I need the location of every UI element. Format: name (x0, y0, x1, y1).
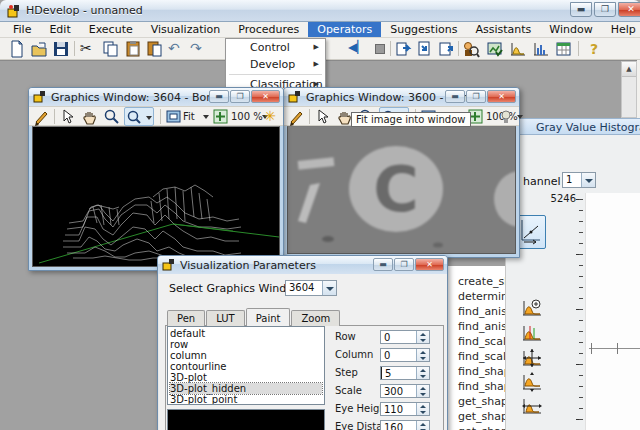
gw3600-titlebar[interactable]: Graphics Window: 3600 - Bond ▬ ❐ ✕ (284, 88, 519, 106)
operator-list-item[interactable]: find_scaled (458, 334, 512, 349)
zoom-tool-icon[interactable] (103, 108, 121, 126)
pointer-tool-icon[interactable] (59, 108, 77, 126)
menu-edit[interactable]: Edit (40, 22, 79, 37)
menu-suggestions[interactable]: Suggestions (381, 22, 466, 37)
menu-item-develop[interactable]: Develop (226, 56, 325, 73)
row-spinner[interactable] (416, 331, 429, 343)
operator-list-item[interactable]: find_shape_ (458, 379, 512, 394)
spin-down-icon[interactable] (417, 409, 429, 415)
main-titlebar[interactable]: HDevelop - unnamed ▬ ❐ ✕ (0, 0, 640, 22)
matrix-view-icon[interactable] (555, 40, 573, 58)
menu-execute[interactable]: Execute (80, 22, 142, 37)
operator-list-item[interactable]: find_shape_ (458, 364, 512, 379)
menu-assistants[interactable]: Assistants (466, 22, 540, 37)
program-scrollbar[interactable]: ▲ (621, 61, 637, 118)
step-value[interactable]: 5 (381, 367, 416, 379)
maximize-button[interactable]: ❐ (230, 90, 250, 103)
open-file-icon[interactable] (30, 40, 48, 58)
eye-distance-value[interactable]: 160 (381, 421, 416, 430)
column-spinner[interactable] (416, 349, 429, 361)
gw3600-image-view[interactable]: C (287, 126, 516, 254)
operator-list-item[interactable]: get_shap (458, 424, 512, 430)
close-button[interactable]: ✕ (251, 90, 280, 103)
zoom-mode-button[interactable] (124, 107, 154, 126)
menu-operators[interactable]: Operators (308, 22, 381, 37)
zoom-percent-value[interactable]: 100 % (231, 111, 263, 122)
histogram-channels-icon[interactable] (522, 323, 544, 343)
close-button[interactable]: ✕ (487, 90, 516, 103)
list-item-selected[interactable]: 3D-plot_hidden (170, 383, 322, 394)
fit-button[interactable]: Fit (183, 111, 195, 122)
undo-icon[interactable]: ↶ (168, 40, 186, 58)
gw3604-3d-plot-view[interactable] (32, 126, 280, 267)
maximize-button[interactable]: ❐ (394, 258, 414, 271)
menu-file[interactable]: File (4, 22, 40, 37)
gw3604-titlebar[interactable]: Graphics Window: 3604 - Bond ▬ ❐ ✕ (29, 88, 283, 106)
spin-down-icon[interactable] (417, 337, 429, 343)
tab-zoom[interactable]: Zoom (291, 310, 340, 326)
step-input[interactable]: 5 (380, 366, 430, 380)
eye-height-value[interactable]: 110 (381, 403, 416, 415)
list-item[interactable]: contourline (170, 361, 322, 372)
redo-icon[interactable]: ↷ (190, 40, 208, 58)
lightbulb-icon[interactable] (497, 108, 515, 126)
threshold-slider-handle[interactable] (591, 343, 592, 354)
operator-list-item[interactable]: create_shap (458, 274, 512, 289)
maximize-button[interactable]: ❐ (466, 90, 486, 103)
set-draw-params-icon[interactable] (33, 108, 51, 126)
histogram-zoom-horizontal-icon[interactable] (522, 396, 544, 416)
minimize-button[interactable]: ▬ (445, 90, 465, 103)
histogram-zoom-icon[interactable] (522, 298, 544, 318)
pointer-tool-icon[interactable] (314, 108, 332, 126)
visualization-parameters-dialog[interactable]: Visualization Parameters ▬ ❐ ✕ Select Gr… (157, 255, 448, 430)
operator-list-item[interactable]: find_aniso_ (458, 319, 512, 334)
fit-image-icon[interactable] (165, 108, 183, 126)
minimize-button[interactable]: ▬ (570, 2, 592, 17)
operator-help-icon[interactable] (462, 40, 480, 58)
zoom-percent-icon[interactable] (212, 108, 230, 126)
histogram-zoom-vertical-icon[interactable] (522, 372, 544, 392)
histogram-pan-all-icon[interactable] (522, 348, 544, 368)
step-over-icon[interactable] (395, 40, 413, 58)
spin-down-icon[interactable] (417, 355, 429, 361)
tab-pen[interactable]: Pen (167, 310, 205, 326)
operator-list-item[interactable]: find_aniso_ (458, 304, 512, 319)
histogram-panel-title[interactable]: Gray Value Histogram - (505, 118, 640, 135)
operator-list-item[interactable]: find_scaled (458, 349, 512, 364)
operator-list-item[interactable]: get_shape_ (458, 409, 512, 424)
histogram-plot-area[interactable] (585, 193, 640, 430)
step-into-icon[interactable] (416, 40, 434, 58)
chevron-down-icon[interactable] (517, 115, 523, 119)
step-spinner[interactable] (416, 367, 429, 379)
menu-visualization[interactable]: Visualization (142, 22, 229, 37)
threshold-slider-handle[interactable] (617, 343, 618, 354)
copy-icon[interactable] (102, 40, 120, 58)
chevron-down-icon[interactable] (203, 115, 209, 119)
operator-list-item[interactable]: get_shape_ (458, 394, 512, 409)
menu-window[interactable]: Window (540, 22, 601, 37)
list-item[interactable]: 3D-plot (170, 372, 322, 383)
paint-mode-listbox[interactable]: default row column contourline 3D-plot 3… (167, 326, 325, 405)
graphics-window-combobox[interactable]: 3604 (285, 280, 337, 296)
cut-icon[interactable]: ✂ (80, 40, 98, 58)
step-out-icon[interactable] (437, 40, 455, 58)
reset-program-icon[interactable]: ◀▏ (348, 40, 366, 58)
chevron-down-icon[interactable] (322, 281, 336, 295)
help-icon[interactable]: ? (585, 40, 603, 58)
menu-procedures[interactable]: Procedures (229, 22, 308, 37)
column-value[interactable]: 0 (381, 349, 416, 361)
list-item[interactable]: default (170, 328, 322, 339)
tab-paint[interactable]: Paint (246, 308, 291, 326)
column-input[interactable]: 0 (380, 348, 430, 362)
update-window-icon[interactable]: ✳ (261, 108, 279, 126)
eye-distance-input[interactable]: 160 (380, 420, 430, 430)
eye-distance-spinner[interactable] (416, 421, 429, 430)
scroll-up-icon[interactable]: ▲ (622, 62, 636, 77)
close-button[interactable]: ✕ (415, 258, 444, 271)
pan-hand-icon[interactable] (81, 108, 99, 126)
feature-histogram-icon[interactable] (532, 40, 550, 58)
row-input[interactable]: 0 (380, 330, 430, 344)
minimize-button[interactable]: ▬ (373, 258, 393, 271)
operator-list-item[interactable]: determine_s (458, 289, 512, 304)
list-item[interactable]: row (170, 339, 322, 350)
